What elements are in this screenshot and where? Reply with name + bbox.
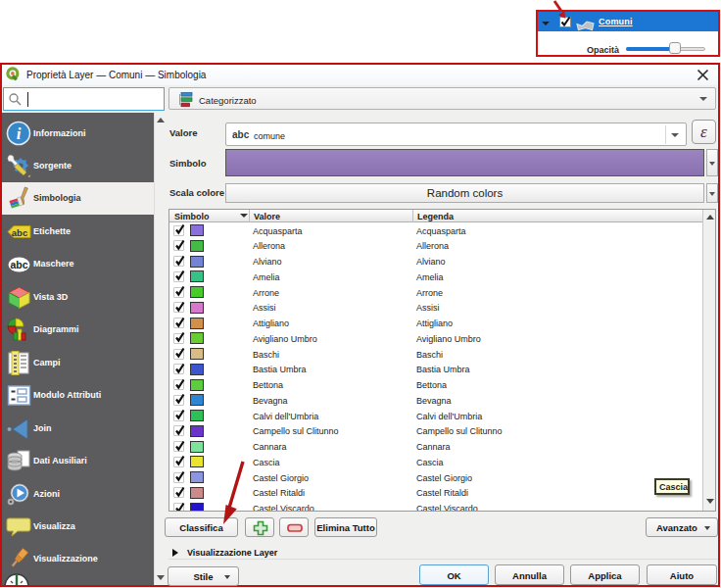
svg-text:i: i xyxy=(17,124,22,143)
svg-text:abc: abc xyxy=(12,226,27,237)
svg-text:abc: abc xyxy=(10,259,27,270)
